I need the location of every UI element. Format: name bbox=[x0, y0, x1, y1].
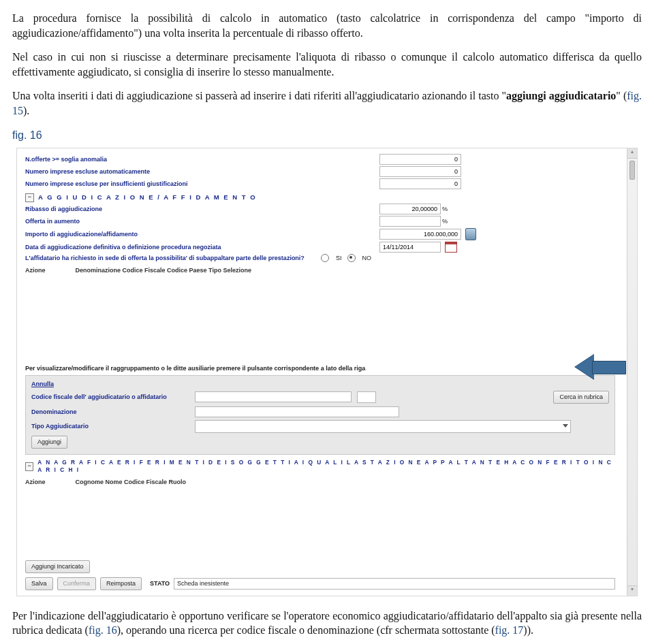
paragraph-1: La procedura fornisce la possibilità di … bbox=[12, 11, 642, 40]
section1-title: A G G I U D I C A Z I O N E / A F F I D … bbox=[38, 193, 257, 202]
cf-label: Codice fiscale dell' aggiudicatario o af… bbox=[31, 393, 195, 401]
nofferte-label: N.offerte >= soglia anomalia bbox=[25, 155, 379, 163]
cf-input[interactable] bbox=[195, 391, 352, 402]
denominazione-label: Denominazione bbox=[31, 408, 195, 416]
th2-rest: Cognome Nome Codice Fiscale Ruolo bbox=[76, 478, 187, 486]
raggruppamento-note: Per visualizzare/modificare il raggruppa… bbox=[25, 364, 615, 372]
ribasso-label: Ribasso di aggiudicazione bbox=[25, 205, 379, 213]
calendar-icon[interactable] bbox=[445, 242, 457, 253]
th-azione: Azione bbox=[25, 266, 46, 274]
radio-no-label: NO bbox=[362, 254, 372, 262]
stato-label: STATO bbox=[150, 579, 170, 587]
paragraph-3a: Una volta inseriti i dati di aggiudicazi… bbox=[12, 90, 506, 101]
scrollbar[interactable]: ▴ ▾ bbox=[627, 148, 637, 596]
importo-input[interactable] bbox=[379, 229, 461, 240]
paragraph-3-bold: aggiungi aggiudicatario bbox=[506, 90, 616, 101]
radio-no[interactable] bbox=[347, 254, 356, 262]
section1-collapse-icon[interactable]: − bbox=[25, 193, 34, 202]
paragraph-3d: ). bbox=[23, 105, 29, 116]
ribasso-percent: % bbox=[442, 205, 448, 213]
stato-value: Scheda inesistente bbox=[174, 578, 615, 590]
paragraph-4c: )). bbox=[523, 624, 533, 636]
conferma-button[interactable]: Conferma bbox=[57, 577, 97, 590]
denominazione-input[interactable] bbox=[195, 406, 399, 417]
ribasso-input[interactable] bbox=[379, 204, 441, 214]
th-rest: Denominazione Codice Fiscale Codice Paes… bbox=[76, 266, 251, 274]
tipo-label: Tipo Aggiudicatario bbox=[31, 422, 195, 430]
annulla-link[interactable]: Annulla bbox=[31, 381, 54, 387]
paragraph-4b: ), operando una ricerca per codice fisca… bbox=[117, 624, 495, 636]
radio-si[interactable] bbox=[321, 254, 329, 262]
data-label: Data di aggiudicazione definitiva o defi… bbox=[25, 243, 379, 251]
salva-button[interactable]: Salva bbox=[25, 577, 53, 590]
paragraph-2: Nel caso in cui non si riuscisse a deter… bbox=[12, 50, 642, 79]
nofferte-input[interactable] bbox=[379, 154, 461, 165]
importo-label: Importo di aggiudicazione/affidamento bbox=[25, 230, 379, 238]
offerta-percent: % bbox=[442, 217, 448, 225]
scroll-down-icon[interactable]: ▾ bbox=[627, 585, 637, 596]
fig-16-ref: fig. 16 bbox=[89, 624, 117, 636]
cerca-rubrica-button[interactable]: Cerca in rubrica bbox=[553, 391, 609, 404]
insuff-label: Numero imprese escluse per insufficienti… bbox=[25, 180, 379, 188]
scroll-thumb[interactable] bbox=[629, 161, 635, 180]
radio-si-label: SI bbox=[336, 254, 342, 262]
reimposta-button[interactable]: Reimposta bbox=[100, 577, 142, 590]
screenshot-fig16: ▴ ▾ N.offerte >= soglia anomalia Numero … bbox=[16, 148, 638, 596]
aggiungi-button[interactable]: Aggiungi bbox=[31, 436, 67, 449]
fig-16-label: fig. 16 bbox=[12, 128, 642, 143]
richiesto-label: L'affidatario ha richiesto in sede di of… bbox=[25, 254, 318, 262]
scroll-up-icon[interactable]: ▴ bbox=[627, 148, 637, 159]
tipo-select[interactable] bbox=[195, 420, 571, 433]
cf-mini-input[interactable] bbox=[357, 391, 376, 403]
insuff-input[interactable] bbox=[379, 178, 461, 189]
calculator-icon[interactable] bbox=[465, 228, 476, 240]
aggiungi-incaricato-button[interactable]: Aggiungi Incaricato bbox=[25, 560, 90, 573]
th2-azione: Azione bbox=[25, 478, 46, 486]
section2-collapse-icon[interactable]: − bbox=[25, 462, 33, 471]
escluse-label: Numero imprese escluse automaticamente bbox=[25, 167, 379, 176]
paragraph-3: Una volta inseriti i dati di aggiudicazi… bbox=[12, 88, 642, 118]
escluse-input[interactable] bbox=[379, 166, 461, 177]
aggiudicatario-panel: Annulla Codice fiscale dell' aggiudicata… bbox=[25, 375, 615, 455]
paragraph-3c: " ( bbox=[616, 90, 627, 101]
offerta-input[interactable] bbox=[379, 216, 441, 227]
fig-17-ref: fig. 17 bbox=[495, 624, 524, 636]
data-input[interactable] bbox=[379, 242, 441, 253]
offerta-label: Offerta in aumento bbox=[25, 217, 379, 225]
paragraph-4: Per l'indicazione dell'aggiudicatario è … bbox=[12, 609, 642, 638]
section2-title: A N A G R A F I C A E R I F E R I M E N … bbox=[37, 459, 615, 474]
